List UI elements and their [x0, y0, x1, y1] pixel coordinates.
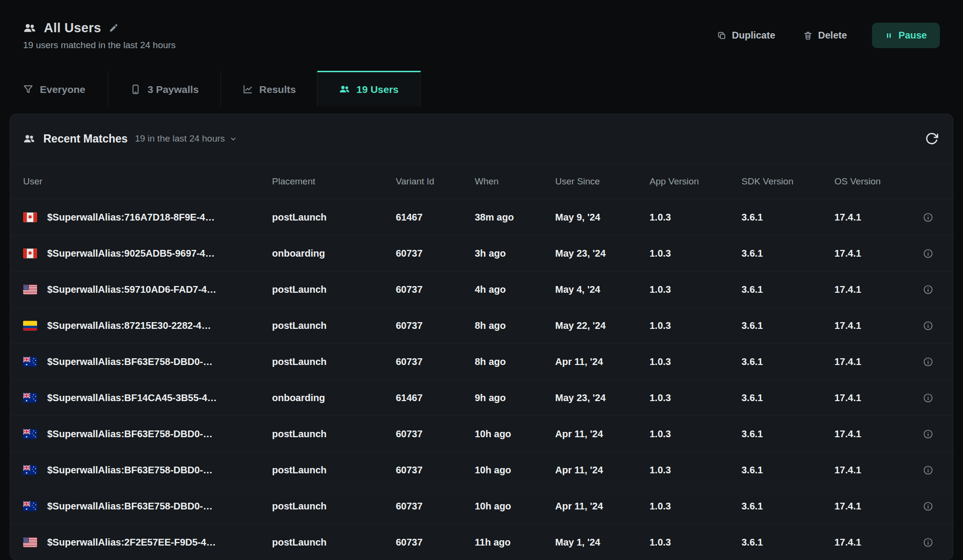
table-row[interactable]: $SuperwallAlias:BF14CA45-3B55-4… onboard… — [10, 379, 953, 416]
tab-users[interactable]: 19 Users — [317, 71, 421, 106]
user-alias: $SuperwallAlias:87215E30-2282-4… — [47, 320, 211, 331]
app-version-cell: 1.0.3 — [650, 284, 742, 295]
user-alias: $SuperwallAlias:716A7D18-8F9E-4… — [47, 212, 215, 223]
info-icon[interactable] — [923, 465, 934, 476]
time-range-dropdown[interactable]: 19 in the last 24 hours — [135, 133, 237, 144]
users-icon — [23, 22, 36, 35]
info-icon[interactable] — [923, 320, 934, 331]
app-version-cell: 1.0.3 — [650, 501, 742, 512]
variant-id-cell: 60737 — [396, 248, 475, 259]
table-row[interactable]: $SuperwallAlias:BF63E758-DBD0-… postLaun… — [10, 343, 953, 379]
info-icon[interactable] — [923, 392, 934, 404]
variant-id-cell: 60737 — [396, 284, 475, 295]
table-row[interactable]: $SuperwallAlias:9025ADB5-9697-4… onboard… — [10, 235, 953, 271]
table-row[interactable]: $SuperwallAlias:87215E30-2282-4… postLau… — [10, 307, 953, 343]
user-since-cell: May 1, '24 — [555, 537, 650, 548]
column-header-variant-id: Variant Id — [396, 176, 475, 187]
when-cell: 8h ago — [475, 356, 555, 367]
app-version-cell: 1.0.3 — [650, 248, 742, 259]
recent-matches-panel: Recent Matches 19 in the last 24 hours U… — [10, 114, 953, 560]
delete-label: Delete — [818, 30, 847, 41]
table-row[interactable]: $SuperwallAlias:59710AD6-FAD7-4… postLau… — [10, 271, 953, 307]
user-alias: $SuperwallAlias:59710AD6-FAD7-4… — [47, 284, 216, 295]
info-icon[interactable] — [923, 501, 934, 512]
users-icon — [339, 84, 350, 95]
variant-id-cell: 60737 — [396, 501, 475, 512]
sdk-version-cell: 3.6.1 — [742, 501, 834, 512]
os-version-cell: 17.4.1 — [834, 248, 914, 259]
duplicate-label: Duplicate — [732, 30, 775, 41]
delete-button[interactable]: Delete — [800, 29, 850, 41]
variant-id-cell: 60737 — [396, 465, 475, 476]
tab-results[interactable]: Results — [221, 71, 317, 106]
os-version-cell: 17.4.1 — [834, 429, 914, 440]
user-since-cell: Apr 11, '24 — [555, 429, 650, 440]
os-version-cell: 17.4.1 — [834, 465, 914, 476]
users-icon — [23, 133, 35, 145]
table-row[interactable]: $SuperwallAlias:BF63E758-DBD0-… postLaun… — [10, 452, 953, 488]
co-flag-icon — [23, 321, 37, 331]
user-alias: $SuperwallAlias:BF63E758-DBD0-… — [47, 501, 212, 512]
os-version-cell: 17.4.1 — [834, 356, 914, 367]
sdk-version-cell: 3.6.1 — [742, 248, 834, 259]
column-header-user-since: User Since — [555, 176, 650, 187]
column-header-app-version: App Version — [650, 176, 742, 187]
duplicate-button[interactable]: Duplicate — [714, 29, 778, 41]
info-icon[interactable] — [923, 212, 934, 223]
au-flag-icon — [23, 393, 37, 403]
os-version-cell: 17.4.1 — [834, 392, 914, 404]
info-icon[interactable] — [923, 356, 934, 367]
placement-cell: postLaunch — [272, 537, 396, 548]
duplicate-icon — [717, 31, 727, 40]
sdk-version-cell: 3.6.1 — [742, 320, 834, 331]
user-since-cell: Apr 11, '24 — [555, 501, 650, 512]
panel-title: Recent Matches — [43, 132, 128, 145]
table-header-row: User Placement Variant Id When User Sinc… — [10, 163, 953, 199]
info-icon[interactable] — [923, 429, 934, 440]
table-row[interactable]: $SuperwallAlias:BF63E758-DBD0-… postLaun… — [10, 488, 953, 524]
app-version-cell: 1.0.3 — [650, 537, 742, 548]
table-row[interactable]: $SuperwallAlias:BF63E758-DBD0-… postLaun… — [10, 416, 953, 452]
tab-users-label: 19 Users — [356, 84, 399, 95]
user-alias: $SuperwallAlias:9025ADB5-9697-4… — [47, 248, 215, 259]
refresh-icon — [925, 132, 938, 145]
app-version-cell: 1.0.3 — [650, 320, 742, 331]
refresh-button[interactable] — [925, 132, 938, 145]
table-body: $SuperwallAlias:716A7D18-8F9E-4… postLau… — [10, 199, 953, 560]
tab-bar: Everyone 3 Paywalls Results 19 Users — [0, 71, 963, 106]
when-cell: 9h ago — [475, 392, 555, 404]
tab-paywalls[interactable]: 3 Paywalls — [108, 71, 221, 106]
user-since-cell: May 22, '24 — [555, 320, 650, 331]
pause-icon — [885, 32, 893, 39]
table-row[interactable]: $SuperwallAlias:716A7D18-8F9E-4… postLau… — [10, 199, 953, 235]
user-since-cell: Apr 11, '24 — [555, 465, 650, 476]
sdk-version-cell: 3.6.1 — [742, 392, 834, 404]
trash-icon — [803, 31, 813, 40]
placement-cell: postLaunch — [272, 465, 396, 476]
app-version-cell: 1.0.3 — [650, 465, 742, 476]
edit-pencil-icon[interactable] — [109, 23, 118, 33]
tab-everyone-label: Everyone — [40, 84, 86, 95]
tab-everyone[interactable]: Everyone — [0, 71, 108, 106]
panel-header: Recent Matches 19 in the last 24 hours — [10, 114, 953, 163]
pause-label: Pause — [898, 30, 927, 41]
pause-button[interactable]: Pause — [872, 23, 940, 48]
user-since-cell: May 4, '24 — [555, 284, 650, 295]
variant-id-cell: 60737 — [396, 429, 475, 440]
table-row[interactable]: $SuperwallAlias:2F2E57EE-F9D5-4… postLau… — [10, 524, 953, 560]
column-header-user: User — [23, 176, 272, 187]
when-cell: 10h ago — [475, 429, 555, 440]
user-alias: $SuperwallAlias:BF63E758-DBD0-… — [47, 465, 212, 476]
placement-cell: onboarding — [272, 248, 396, 259]
placement-cell: postLaunch — [272, 284, 396, 295]
column-header-os-version: OS Version — [834, 176, 914, 187]
info-icon[interactable] — [923, 284, 934, 295]
app-version-cell: 1.0.3 — [650, 429, 742, 440]
ca-flag-icon — [23, 248, 37, 259]
sdk-version-cell: 3.6.1 — [742, 537, 834, 548]
when-cell: 3h ago — [475, 248, 555, 259]
user-alias: $SuperwallAlias:BF63E758-DBD0-… — [47, 429, 212, 440]
info-icon[interactable] — [923, 248, 934, 259]
info-icon[interactable] — [923, 537, 934, 548]
variant-id-cell: 60737 — [396, 537, 475, 548]
